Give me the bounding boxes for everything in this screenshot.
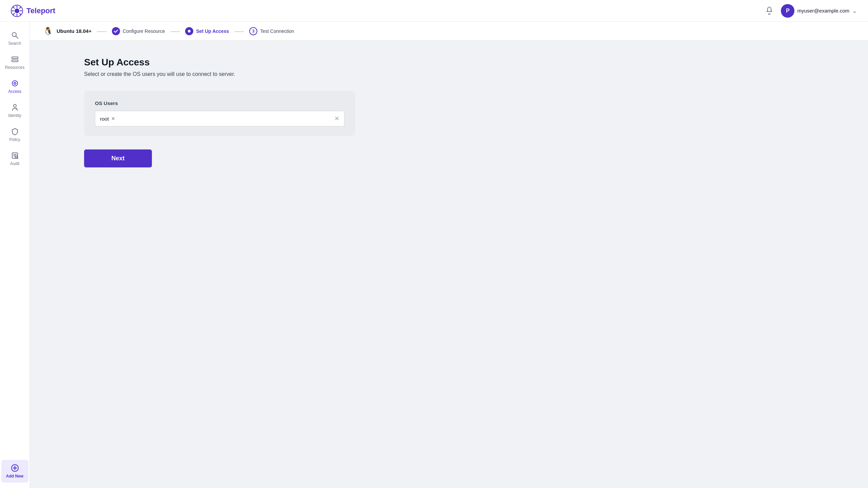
os-users-card: OS Users root ✕ ✕ bbox=[84, 91, 355, 136]
add-new-icon bbox=[11, 464, 19, 472]
root-tag: root ✕ bbox=[100, 116, 115, 122]
connector-2: —— bbox=[170, 28, 180, 34]
os-users-input[interactable]: root ✕ ✕ bbox=[95, 111, 344, 126]
logo: Teleport bbox=[11, 5, 55, 17]
tag-input-field[interactable] bbox=[118, 116, 332, 122]
chevron-down-icon: ⌄ bbox=[852, 7, 857, 15]
sidebar-item-identity[interactable]: Identity bbox=[1, 99, 28, 122]
step-pending-circle: 3 bbox=[249, 27, 257, 35]
step-test-label: Test Connection bbox=[260, 28, 294, 34]
teleport-logo-icon bbox=[11, 5, 23, 17]
svg-rect-5 bbox=[12, 60, 18, 62]
wizard-step-access: Set Up Access bbox=[185, 27, 229, 35]
app-header: Teleport P myuser@example.com ⌄ bbox=[0, 0, 868, 22]
search-icon bbox=[11, 31, 19, 39]
page-body: Set Up Access Select or create the OS us… bbox=[30, 41, 868, 488]
sidebar-item-audit[interactable]: Audit bbox=[1, 147, 28, 170]
sidebar-item-label: Policy bbox=[9, 137, 20, 142]
sidebar-item-policy[interactable]: Policy bbox=[1, 123, 28, 146]
step-check-icon bbox=[112, 27, 120, 35]
notification-icon[interactable] bbox=[765, 6, 774, 16]
svg-point-1 bbox=[15, 8, 19, 13]
wizard-header: 🐧 Ubuntu 18.04+ —— Configure Resource ——… bbox=[30, 22, 868, 41]
user-menu[interactable]: P myuser@example.com ⌄ bbox=[781, 4, 857, 18]
svg-line-3 bbox=[16, 36, 18, 39]
header-right: P myuser@example.com ⌄ bbox=[765, 4, 857, 18]
page-title: Set Up Access bbox=[84, 57, 814, 68]
page-subtitle: Select or create the OS users you will u… bbox=[84, 71, 814, 77]
step-configure-label: Configure Resource bbox=[123, 28, 165, 34]
tag-remove-button[interactable]: ✕ bbox=[111, 116, 115, 121]
policy-icon bbox=[11, 127, 19, 136]
body-layout: Search Resources Access bbox=[0, 22, 868, 488]
audit-icon bbox=[11, 151, 19, 160]
sidebar-item-access[interactable]: Access bbox=[1, 75, 28, 98]
sidebar-item-label: Search bbox=[8, 41, 21, 46]
logo-text: Teleport bbox=[26, 6, 55, 15]
resource-name: Ubuntu 18.04+ bbox=[57, 28, 92, 34]
next-button[interactable]: Next bbox=[84, 149, 152, 167]
access-icon bbox=[11, 79, 19, 87]
tag-value: root bbox=[100, 116, 109, 122]
sidebar-item-label: Audit bbox=[10, 161, 19, 166]
svg-point-6 bbox=[12, 81, 18, 86]
step-access-label: Set Up Access bbox=[196, 28, 229, 34]
wizard-step-test: 3 Test Connection bbox=[249, 27, 294, 35]
user-email: myuser@example.com bbox=[797, 8, 849, 14]
svg-point-7 bbox=[14, 82, 16, 84]
svg-rect-4 bbox=[12, 57, 18, 59]
step-number: 3 bbox=[252, 29, 255, 34]
resources-icon bbox=[11, 55, 19, 63]
clear-all-button[interactable]: ✕ bbox=[334, 115, 339, 122]
sidebar-item-label: Identity bbox=[8, 113, 21, 118]
connector-1: —— bbox=[97, 28, 106, 34]
os-users-label: OS Users bbox=[95, 100, 344, 106]
linux-icon: 🐧 bbox=[43, 27, 53, 36]
svg-point-16 bbox=[188, 30, 191, 33]
sidebar-item-label: Resources bbox=[5, 65, 24, 70]
connector-3: —— bbox=[234, 28, 244, 34]
sidebar-item-search[interactable]: Search bbox=[1, 27, 28, 50]
sidebar-item-label: Access bbox=[8, 89, 21, 94]
wizard-step-configure: Configure Resource bbox=[112, 27, 165, 35]
sidebar-add-label: Add New bbox=[6, 474, 23, 479]
step-active-circle bbox=[185, 27, 193, 35]
identity-icon bbox=[11, 103, 19, 111]
add-new-button[interactable]: Add New bbox=[1, 460, 28, 483]
sidebar-item-resources[interactable]: Resources bbox=[1, 51, 28, 74]
main-content: 🐧 Ubuntu 18.04+ —— Configure Resource ——… bbox=[30, 22, 868, 488]
sidebar: Search Resources Access bbox=[0, 22, 30, 488]
avatar: P bbox=[781, 4, 794, 18]
